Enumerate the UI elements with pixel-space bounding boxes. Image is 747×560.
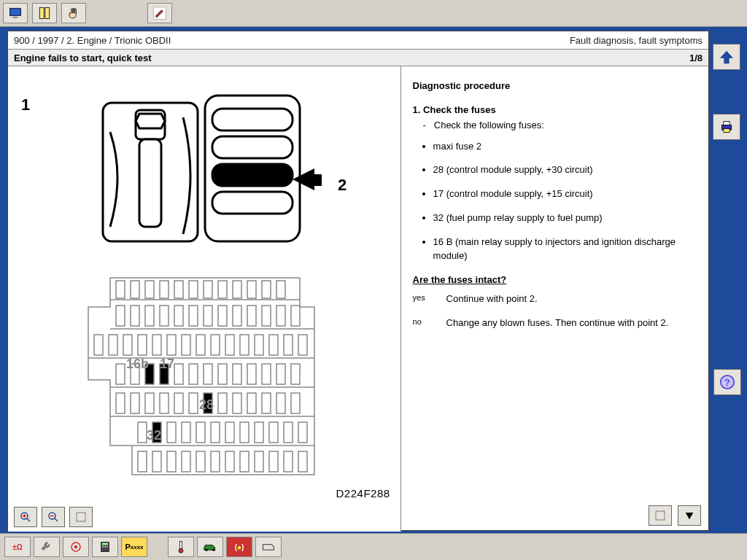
- svg-text:?: ?: [724, 377, 730, 388]
- engine-tool-button[interactable]: [255, 537, 282, 557]
- svg-rect-37: [174, 306, 183, 326]
- svg-rect-35: [145, 306, 154, 326]
- svg-rect-8: [212, 136, 293, 158]
- svg-rect-130: [102, 543, 108, 545]
- fusebox-diagram: [81, 263, 322, 489]
- svg-rect-52: [182, 335, 190, 355]
- car-tool-button[interactable]: [197, 537, 223, 557]
- print-button[interactable]: [713, 114, 740, 140]
- svg-point-135: [179, 548, 183, 553]
- svg-rect-45: [291, 306, 300, 326]
- hand-icon-button[interactable]: [61, 3, 86, 23]
- diagram-pane: 1: [8, 66, 401, 532]
- svg-rect-23: [145, 281, 154, 298]
- svg-rect-106: [240, 451, 249, 472]
- fuse-item: maxi fuse 2: [433, 140, 698, 154]
- svg-rect-119: [656, 511, 665, 520]
- svg-rect-9: [212, 164, 293, 186]
- svg-rect-85: [276, 393, 285, 413]
- svg-marker-120: [686, 513, 694, 519]
- svg-point-128: [74, 545, 78, 549]
- ohm-tool-button[interactable]: ±Ω: [4, 537, 31, 557]
- notes-icon-button[interactable]: [32, 3, 57, 23]
- svg-rect-95: [255, 422, 263, 443]
- next-page-button[interactable]: [678, 505, 701, 526]
- svg-rect-25: [174, 281, 183, 298]
- breadcrumb-bar: 900 / 1997 / 2. Engine / Trionic OBDII F…: [8, 31, 708, 49]
- computer-icon-button[interactable]: [3, 3, 28, 23]
- fit-view-button[interactable]: [69, 507, 93, 527]
- svg-rect-44: [276, 306, 285, 326]
- engine-diagram: [96, 88, 322, 249]
- calculator-tool-button[interactable]: [92, 537, 118, 557]
- fuse-label-28: 28: [199, 397, 214, 413]
- svg-rect-67: [204, 364, 212, 384]
- svg-rect-71: [262, 364, 271, 384]
- svg-rect-118: [77, 513, 85, 521]
- svg-rect-87: [138, 422, 147, 443]
- svg-rect-14: [313, 174, 322, 186]
- svg-rect-73: [291, 364, 300, 384]
- svg-rect-21: [116, 281, 125, 298]
- step-1-subtext: Check the following fuses:: [434, 120, 544, 131]
- svg-rect-124: [724, 129, 729, 133]
- svg-rect-0: [10, 8, 21, 15]
- target-tool-button[interactable]: [63, 537, 89, 557]
- wrench-tool-button[interactable]: [34, 537, 60, 557]
- thermometer-tool-button[interactable]: [168, 537, 194, 557]
- svg-rect-75: [131, 393, 139, 413]
- svg-rect-69: [233, 364, 241, 384]
- help-button[interactable]: ?: [713, 369, 741, 395]
- svg-rect-90: [182, 422, 190, 443]
- fuse-item: 16 B (main relay supply to injectors and…: [433, 236, 698, 263]
- svg-rect-34: [131, 306, 139, 326]
- svg-rect-84: [262, 393, 271, 413]
- pencil-icon-button[interactable]: [147, 3, 172, 23]
- svg-rect-47: [109, 335, 117, 355]
- svg-rect-32: [276, 281, 285, 298]
- fuse-item: 32 (fuel pump relay supply to fuel pump): [433, 211, 698, 225]
- answer-yes-row: yes Continue with point 2.: [413, 292, 698, 306]
- fuse-list: maxi fuse 2 28 (control module supply, +…: [413, 140, 698, 263]
- no-label: no: [413, 316, 446, 330]
- svg-rect-7: [212, 109, 293, 131]
- parking-tool-button[interactable]: Pxxxx: [121, 537, 147, 557]
- svg-rect-66: [189, 364, 198, 384]
- svg-rect-110: [298, 451, 307, 472]
- svg-rect-50: [152, 335, 161, 355]
- svg-line-116: [55, 518, 58, 522]
- svg-rect-59: [284, 335, 293, 355]
- svg-rect-33: [116, 306, 125, 326]
- svg-rect-97: [284, 422, 293, 443]
- svg-rect-99: [138, 451, 147, 472]
- svg-rect-77: [160, 393, 169, 413]
- svg-rect-43: [262, 306, 271, 326]
- svg-rect-57: [255, 335, 263, 355]
- fuse-item: 28 (control module supply, +30 circuit): [433, 163, 698, 177]
- procedure-heading: Diagnostic procedure: [413, 79, 698, 93]
- fuse-item: 17 (control module supply, +15 circuit): [433, 187, 698, 201]
- zoom-out-button[interactable]: [42, 507, 65, 527]
- zoom-in-button[interactable]: [14, 507, 37, 527]
- question-text: Are the fuses intact?: [413, 273, 698, 287]
- diagram-code: D224F288: [336, 487, 390, 499]
- svg-rect-51: [167, 335, 176, 355]
- svg-marker-121: [720, 51, 733, 63]
- svg-rect-56: [240, 335, 249, 355]
- svg-rect-82: [233, 393, 241, 413]
- top-toolbar: [0, 0, 747, 27]
- grid-icon-button[interactable]: [649, 505, 672, 526]
- svg-rect-41: [233, 306, 241, 326]
- svg-rect-134: [180, 542, 182, 550]
- svg-rect-68: [218, 364, 227, 384]
- svg-rect-123: [724, 122, 729, 125]
- diagram-toolbar: [14, 507, 93, 527]
- up-arrow-button[interactable]: [713, 44, 740, 70]
- warning-tool-button[interactable]: (●): [226, 537, 252, 557]
- svg-rect-72: [276, 364, 285, 384]
- svg-rect-29: [233, 281, 241, 298]
- svg-rect-22: [131, 281, 139, 298]
- svg-rect-132: [104, 546, 106, 548]
- svg-rect-92: [211, 422, 220, 443]
- svg-rect-102: [182, 451, 190, 472]
